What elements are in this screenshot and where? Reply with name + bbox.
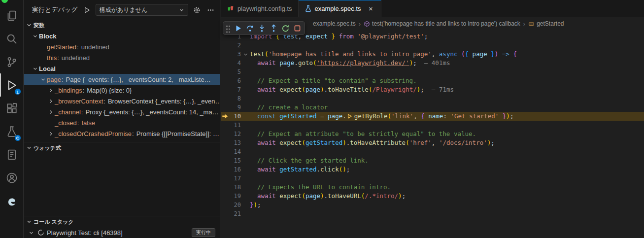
- glyph-margin[interactable]: [221, 121, 229, 130]
- code-line[interactable]: 19 await expect(page).toHaveURL(/.*intro…: [221, 192, 644, 201]
- debug-settings-button[interactable]: [191, 4, 202, 15]
- variable-row[interactable]: page:Page {_events: {…}, _eventsCount: 2…: [24, 74, 220, 85]
- code-line[interactable]: 13 await expect(getStarted).toHaveAttrib…: [221, 138, 644, 147]
- code-editor[interactable]: 1import { test, expect } from '@playwrig…: [221, 30, 644, 238]
- line-number: 21: [229, 209, 241, 218]
- watch-section-header[interactable]: ウォッチ式: [24, 142, 220, 153]
- tab-playwright-config-ts[interactable]: playwright.config.ts: [221, 0, 299, 17]
- glyph-margin[interactable]: [221, 50, 229, 59]
- clock-icon: [16, 136, 20, 140]
- breadcrumb-item[interactable]: getStarted: [528, 20, 564, 27]
- glyph-margin[interactable]: [221, 147, 229, 156]
- chevron-icon[interactable]: [47, 88, 55, 93]
- more-actions-button[interactable]: [205, 4, 216, 15]
- glyph-margin[interactable]: [221, 94, 229, 103]
- breadcrumb-item[interactable]: example.spec.ts: [313, 20, 356, 27]
- debug-step-out-button[interactable]: [268, 22, 279, 34]
- glyph-margin[interactable]: [221, 59, 229, 68]
- code-line[interactable]: 4 await page.goto('https://playwright.de…: [221, 59, 644, 68]
- variable-row[interactable]: _closedOrCrashedPromise:Promise {[[Promi…: [24, 128, 220, 139]
- variables-section-header[interactable]: 変数: [24, 20, 220, 31]
- debug-toolbar: [223, 21, 305, 35]
- drag-handle[interactable]: [226, 24, 230, 33]
- code-line[interactable]: 16 await getStarted.click();: [221, 165, 644, 174]
- glyph-margin[interactable]: [221, 192, 229, 201]
- glyph-margin[interactable]: [221, 41, 229, 50]
- glyph-margin[interactable]: [221, 85, 229, 94]
- chevron-icon[interactable]: [39, 77, 47, 82]
- callstack-session-row[interactable]: Playwright Test: cli [46398] 実行中: [24, 227, 220, 238]
- activity-search[interactable]: [0, 27, 24, 50]
- search-icon: [6, 33, 18, 45]
- glyph-margin[interactable]: [221, 103, 229, 112]
- code-line[interactable]: 17: [221, 174, 644, 183]
- fold-chevron-icon[interactable]: [241, 50, 250, 59]
- chevron-icon[interactable]: [31, 34, 39, 39]
- activity-testing[interactable]: [0, 120, 24, 143]
- glyph-margin[interactable]: [221, 174, 229, 183]
- variable-row[interactable]: this:undefined: [24, 52, 220, 63]
- chevron-icon[interactable]: [47, 131, 55, 136]
- variable-row[interactable]: _channel:Proxy {_events: {…}, _eventsCou…: [24, 106, 220, 117]
- debug-restart-button[interactable]: [279, 22, 291, 34]
- code-line[interactable]: 6 // Expect a title "to contain" a subst…: [221, 76, 644, 85]
- code-line[interactable]: 14: [221, 147, 644, 156]
- glyph-margin[interactable]: [221, 130, 229, 138]
- activity-edge[interactable]: [0, 189, 24, 212]
- callstack-section-header[interactable]: コール スタック: [24, 216, 220, 227]
- glyph-margin[interactable]: [221, 209, 229, 218]
- glyph-margin[interactable]: [221, 138, 229, 147]
- variable-row[interactable]: _browserContext:BrowserContext {_events:…: [24, 96, 220, 106]
- debug-config-dropdown[interactable]: 構成がありません: [96, 4, 188, 16]
- activity-notebook[interactable]: [0, 143, 24, 166]
- current-frame-glyph[interactable]: [221, 112, 229, 121]
- activity-source-control[interactable]: [0, 50, 24, 73]
- glyph-margin[interactable]: [221, 183, 229, 192]
- tab-example-spec-ts[interactable]: example.spec.ts×: [299, 0, 381, 17]
- code-line[interactable]: 15 // Click the get started link.: [221, 156, 644, 165]
- code-line[interactable]: 9 // create a locator: [221, 103, 644, 112]
- debug-stop-button[interactable]: [291, 22, 303, 34]
- start-debugging-button[interactable]: [82, 4, 93, 15]
- variable-row[interactable]: getStarted:undefined: [24, 41, 220, 52]
- debug-continue-button[interactable]: [232, 22, 244, 34]
- code-line[interactable]: 8: [221, 94, 644, 103]
- debug-step-over-button[interactable]: [244, 22, 256, 34]
- code-line[interactable]: 20});: [221, 201, 644, 209]
- activity-account[interactable]: [0, 166, 24, 189]
- fold-margin: [241, 94, 250, 103]
- glyph-margin[interactable]: [221, 201, 229, 209]
- stackframe-arrow-icon: [222, 113, 229, 120]
- gear-icon: [193, 6, 201, 14]
- glyph-margin[interactable]: [221, 156, 229, 165]
- code-line[interactable]: 12 // Expect an attribute "to be strictl…: [221, 130, 644, 138]
- code-line[interactable]: 21: [221, 209, 644, 218]
- chevron-icon[interactable]: [47, 109, 55, 115]
- glyph-margin[interactable]: [221, 165, 229, 174]
- vscode-window: 1 実行とデバッグ 構成がありません 変数 BlockgetStarted: [0, 0, 644, 238]
- chevron-icon[interactable]: [47, 99, 55, 104]
- activity-explorer[interactable]: [0, 4, 24, 27]
- close-icon[interactable]: ×: [367, 5, 375, 12]
- code-line[interactable]: 3test('homepage has title and links to i…: [221, 50, 644, 59]
- glyph-margin[interactable]: [221, 76, 229, 85]
- activity-run-debug[interactable]: 1: [0, 73, 24, 97]
- scope-row[interactable]: Block: [24, 31, 220, 41]
- code-line[interactable]: 7 await expect(page).toHaveTitle(/Playwr…: [221, 85, 644, 94]
- code-line[interactable]: 18 // Expects the URL to contain intro.: [221, 183, 644, 192]
- glyph-margin[interactable]: [221, 68, 229, 76]
- debug-step-into-button[interactable]: [256, 22, 268, 34]
- variable-row[interactable]: _closed:false: [24, 117, 220, 128]
- code-line[interactable]: 2: [221, 41, 644, 50]
- variable-row[interactable]: _bindings:Map(0) {size: 0}: [24, 85, 220, 96]
- fold-margin: [241, 138, 250, 147]
- code-line[interactable]: 11: [221, 121, 644, 130]
- breadcrumb-item[interactable]: test('homepage has title and links to in…: [364, 20, 520, 27]
- scope-row[interactable]: Local: [24, 63, 220, 74]
- code-line[interactable]: 5: [221, 68, 644, 76]
- chevron-icon[interactable]: [31, 66, 39, 71]
- chevron-icon[interactable]: [27, 230, 35, 236]
- code-line[interactable]: 10 const getStarted = page.getByRole('li…: [221, 112, 644, 121]
- activity-extensions[interactable]: [0, 97, 24, 120]
- step-over-icon: [246, 24, 254, 33]
